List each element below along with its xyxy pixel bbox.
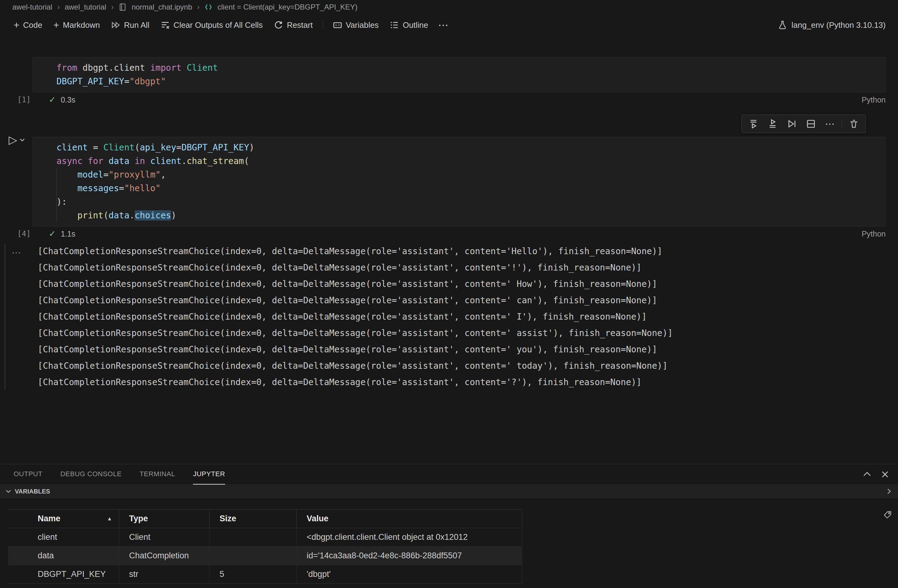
variable-name: DBGPT_API_KEY xyxy=(8,565,119,583)
output-line: [ChatCompletionResponseStreamChoice(inde… xyxy=(38,341,898,358)
panel-actions xyxy=(863,464,889,485)
toolbar-separator xyxy=(842,119,842,128)
vscode-notebook-window: awel-tutorial › awel_tutorial › normal_c… xyxy=(0,0,898,588)
panel-tab-bar: OUTPUTDEBUG CONSOLETERMINALJUPYTER xyxy=(0,464,898,485)
output-line: [ChatCompletionResponseStreamChoice(inde… xyxy=(38,292,898,308)
variable-value: 'dbgpt' xyxy=(297,565,522,583)
indent-guide xyxy=(57,168,57,222)
add-code-cell-button[interactable]: + Code xyxy=(8,17,48,33)
variables-button[interactable]: Variables xyxy=(328,17,384,33)
output-line: [ChatCompletionResponseStreamChoice(inde… xyxy=(38,358,898,374)
variables-table: Name ▲ Type Size Value clientClient<dbgp… xyxy=(8,509,522,584)
bottom-panel: OUTPUTDEBUG CONSOLETERMINALJUPYTER VARIA… xyxy=(0,464,898,588)
execute-below-icon[interactable] xyxy=(764,117,781,131)
variable-row-client[interactable]: clientClient<dbgpt.client.client.Client … xyxy=(8,528,522,546)
breadcrumb-notebook-file[interactable]: normal_chat.ipynb xyxy=(132,3,192,11)
run-cell-button[interactable]: ▷ xyxy=(9,134,25,145)
code-line: messages="hello" xyxy=(57,182,878,195)
output-collapse-button[interactable]: ⋯ xyxy=(12,244,21,261)
play-icon: ▷ xyxy=(9,134,17,145)
kernel-picker[interactable]: lang_env (Python 3.10.13) xyxy=(778,20,886,30)
cell-more-actions-icon[interactable]: ⋯ xyxy=(821,117,839,131)
cell-1-status-bar: [1] ✓ 0.3s Python xyxy=(33,92,886,107)
run-by-line-icon[interactable] xyxy=(783,117,800,131)
header-name-label: Name xyxy=(38,514,60,523)
restart-label: Restart xyxy=(287,20,313,30)
delete-cell-icon[interactable] xyxy=(845,117,863,131)
panel-tab-output[interactable]: OUTPUT xyxy=(14,464,42,485)
notebook-editor: from dbgpt.client import ClientDBGPT_API… xyxy=(0,36,898,464)
panel-tab-debug-console[interactable]: DEBUG CONSOLE xyxy=(60,464,121,485)
variables-section-title: VARIABLES xyxy=(15,488,50,495)
variables-section-header[interactable]: VARIABLES xyxy=(0,485,898,498)
outline-button[interactable]: Outline xyxy=(384,17,434,33)
code-line: DBGPT_API_KEY="dbgpt" xyxy=(57,75,878,88)
notebook-icon xyxy=(118,3,127,11)
output-line: [ChatCompletionResponseStreamChoice(inde… xyxy=(38,276,898,292)
chevron-right-icon[interactable] xyxy=(886,488,892,495)
sort-ascending-icon: ▲ xyxy=(107,516,112,522)
column-header-type[interactable]: Type xyxy=(119,509,210,528)
add-markdown-cell-button[interactable]: + Markdown xyxy=(48,17,106,33)
plus-icon: + xyxy=(54,20,59,30)
variable-row-DBGPT_API_KEY[interactable]: DBGPT_API_KEYstr5'dbgpt' xyxy=(8,565,522,584)
execution-count: [4] xyxy=(17,229,31,238)
close-panel-icon[interactable] xyxy=(881,470,889,479)
cell-language-picker[interactable]: Python xyxy=(861,229,886,239)
variable-value: id='14ca3aa8-0ed2-4e8c-886b-288df5507 xyxy=(297,546,522,565)
panel-tab-terminal[interactable]: TERMINAL xyxy=(140,464,175,485)
panel-tab-jupyter[interactable]: JUPYTER xyxy=(193,464,225,485)
variable-size xyxy=(210,546,297,565)
code-line: client = Client(api_key=DBGPT_API_KEY) xyxy=(57,141,878,154)
breadcrumb-folder[interactable]: awel_tutorial xyxy=(65,3,106,11)
tag-icon[interactable] xyxy=(883,511,892,519)
execution-duration: 1.1s xyxy=(61,229,75,239)
column-header-size[interactable]: Size xyxy=(210,509,297,528)
notebook-toolbar: + Code + Markdown Run All Clear Outputs … xyxy=(0,14,898,36)
cell-2-status-bar: [4] ✓ 1.1s Python xyxy=(33,226,886,241)
run-all-label: Run All xyxy=(124,20,149,30)
cell-focus-indicator xyxy=(5,244,5,389)
variable-row-data[interactable]: dataChatCompletionid='14ca3aa8-0ed2-4e8c… xyxy=(8,546,522,565)
kernel-label: lang_env (Python 3.10.13) xyxy=(792,20,886,30)
output-line: [ChatCompletionResponseStreamChoice(inde… xyxy=(38,325,898,341)
execution-count: [1] xyxy=(17,95,31,104)
success-check-icon: ✓ xyxy=(49,95,56,105)
cell-1-editor[interactable]: from dbgpt.client import ClientDBGPT_API… xyxy=(33,57,886,92)
breadcrumb-separator: › xyxy=(111,3,114,11)
code-line: model="proxyllm", xyxy=(57,168,878,182)
toolbar-separator xyxy=(323,20,323,30)
chevron-down-icon xyxy=(19,137,25,143)
code-cell-2: ⋯ ▷ client = Client(api_key=DBGPT_API_KE… xyxy=(0,137,898,241)
variable-name: data xyxy=(8,546,119,565)
variable-type: ChatCompletion xyxy=(119,546,210,565)
clear-outputs-icon xyxy=(161,20,170,30)
split-cell-icon[interactable] xyxy=(802,117,820,131)
code-line: from dbgpt.client import Client xyxy=(57,61,878,75)
column-header-value[interactable]: Value xyxy=(297,509,522,528)
execution-duration: 0.3s xyxy=(61,95,75,105)
column-header-name[interactable]: Name ▲ xyxy=(8,509,119,528)
cell-language-picker[interactable]: Python xyxy=(861,95,886,105)
code-line: async for data in client.chat_stream( xyxy=(57,154,878,168)
code-line: ): xyxy=(57,195,878,209)
cell-2-editor[interactable]: client = Client(api_key=DBGPT_API_KEY)as… xyxy=(33,137,886,226)
execute-above-icon[interactable] xyxy=(745,117,762,131)
output-line: [ChatCompletionResponseStreamChoice(inde… xyxy=(38,308,898,325)
output-line: [ChatCompletionResponseStreamChoice(inde… xyxy=(38,259,898,276)
maximize-panel-icon[interactable] xyxy=(863,470,872,479)
variable-size: 5 xyxy=(210,565,297,583)
cell-symbol-icon xyxy=(205,3,212,11)
run-all-button[interactable]: Run All xyxy=(105,17,155,33)
breadcrumb-folder[interactable]: awel-tutorial xyxy=(12,3,52,11)
plus-icon: + xyxy=(14,20,20,30)
success-check-icon: ✓ xyxy=(49,229,56,239)
restart-button[interactable]: Restart xyxy=(268,17,318,33)
code-line: print(data.choices) xyxy=(57,209,878,222)
breadcrumb-cell[interactable]: client = Client(api_key=DBGPT_API_KEY) xyxy=(217,3,358,11)
toolbar-more-button[interactable]: ⋯ xyxy=(434,19,454,31)
variable-type: str xyxy=(119,565,210,583)
breadcrumb-separator: › xyxy=(57,3,60,11)
outline-icon xyxy=(390,20,399,30)
clear-outputs-button[interactable]: Clear Outputs of All Cells xyxy=(155,17,268,33)
